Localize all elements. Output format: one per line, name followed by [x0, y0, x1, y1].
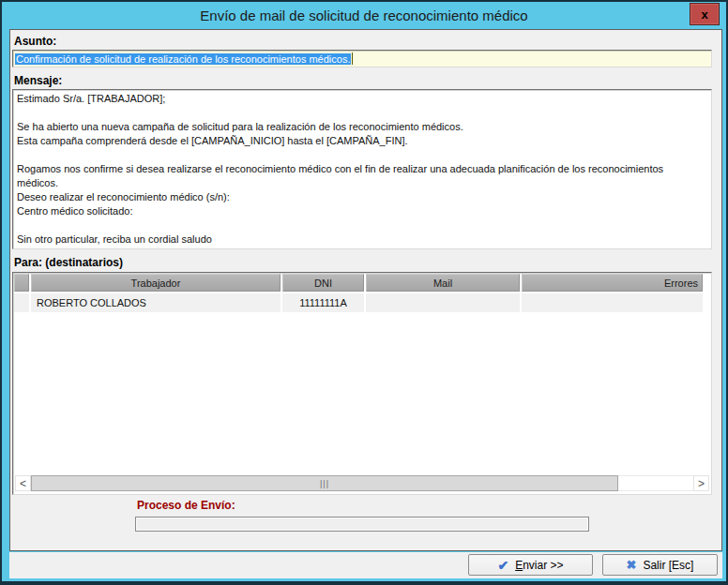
horizontal-scrollbar[interactable]: < ||| > [15, 475, 709, 491]
mensaje-label: Mensaje: [14, 74, 62, 87]
asunto-label: Asunto: [14, 35, 56, 48]
proceso-label: Proceso de Envío: [137, 499, 235, 512]
scrollbar-thumb[interactable]: ||| [31, 475, 618, 491]
header-dni[interactable]: DNI [282, 274, 364, 292]
scroll-right-button[interactable]: > [693, 475, 709, 491]
para-label: Para: (destinatarios) [14, 256, 123, 269]
send-progress-bar [135, 517, 589, 532]
salir-button-label: Salir [Esc] [643, 559, 693, 572]
enviar-accel: E [515, 559, 523, 572]
header-trabajador[interactable]: Trabajador [31, 274, 281, 292]
content-panel: Asunto: Confirmación de solicitud de rea… [9, 29, 722, 551]
scroll-left-button[interactable]: < [15, 475, 31, 491]
table-row[interactable]: ROBERTO COLLADOS 11111111A [14, 293, 710, 312]
row-dni: 11111111A [282, 293, 364, 312]
row-errores [522, 293, 703, 312]
x-icon: ✖ [627, 559, 637, 571]
chevron-left-icon: < [20, 478, 26, 489]
close-icon: x [701, 8, 707, 22]
title-bar: Envío de mail de solicitud de reconocimi… [2, 2, 726, 28]
scrollbar-track[interactable] [618, 475, 693, 491]
asunto-selected-text: Confirmación de solicitud de realización… [15, 53, 351, 65]
asunto-input[interactable]: Confirmación de solicitud de realización… [12, 50, 712, 68]
check-icon: ✔ [497, 559, 508, 572]
grip-icon: ||| [320, 479, 329, 488]
recipients-table: Trabajador DNI Mail Errores ROBERTO COLL… [12, 272, 712, 495]
row-mail [366, 293, 520, 312]
chevron-right-icon: > [698, 478, 705, 489]
mail-send-dialog: Envío de mail de solicitud de reconocimi… [0, 0, 728, 585]
dialog-title: Envío de mail de solicitud de reconocimi… [200, 8, 527, 23]
row-trabajador: ROBERTO COLLADOS [31, 293, 281, 312]
header-errores[interactable]: Errores [522, 274, 703, 292]
enviar-button[interactable]: ✔ Enviar >> [468, 554, 593, 576]
enviar-button-label: Enviar >> [515, 559, 563, 572]
header-indicator-cell [14, 274, 29, 292]
button-strip: ✔ Enviar >> ✖ Salir [Esc] [9, 552, 722, 578]
mensaje-textarea[interactable]: Estimado Sr/a. [TRABAJADOR]; Se ha abier… [12, 89, 712, 249]
close-button[interactable]: x [690, 3, 720, 25]
row-indicator-cell [14, 293, 29, 312]
enviar-rest: nviar >> [523, 559, 563, 572]
table-header-row: Trabajador DNI Mail Errores [14, 274, 710, 292]
header-mail[interactable]: Mail [366, 274, 520, 292]
text-caret [352, 52, 353, 65]
salir-button[interactable]: ✖ Salir [Esc] [602, 554, 718, 576]
